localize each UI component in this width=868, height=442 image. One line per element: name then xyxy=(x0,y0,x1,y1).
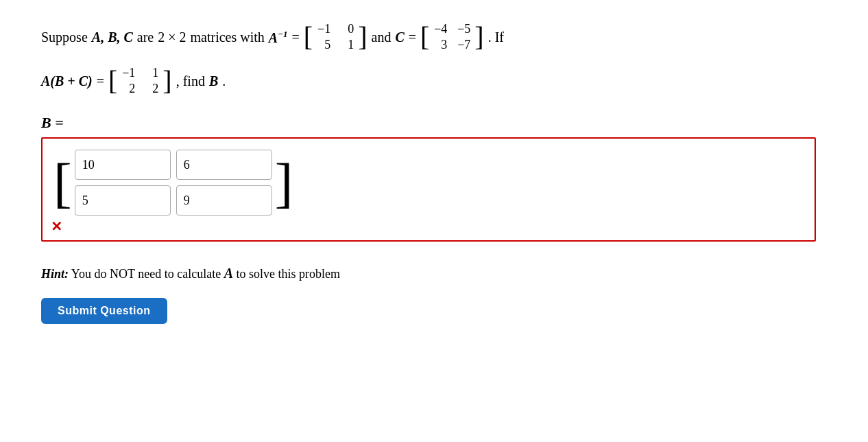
dimensions-text: 2 × 2 xyxy=(158,30,186,45)
A-inv-bracket-left: [ xyxy=(304,23,313,51)
and-text: and xyxy=(372,30,391,45)
error-x-icon[interactable]: ✕ xyxy=(51,218,62,235)
variables-text: A, B, C xyxy=(92,30,133,45)
A-inv-r1c1: −1 xyxy=(317,22,330,36)
C-bracket-right: ] xyxy=(474,23,483,51)
C-r1c1: −4 xyxy=(433,22,447,36)
submit-button[interactable]: Submit Question xyxy=(41,298,167,324)
hint-section: Hint: You do NOT need to calculate A to … xyxy=(41,262,827,284)
answer-grid xyxy=(75,150,272,216)
A-inv-r1c2: 0 xyxy=(340,22,354,36)
answer-label: B = xyxy=(41,114,827,132)
answer-bracket-left: [ xyxy=(53,155,72,210)
ABC-r1c1: −1 xyxy=(121,66,135,80)
hint-A-label: A xyxy=(224,266,233,281)
equals1: = xyxy=(292,30,300,45)
C-r1c2: −5 xyxy=(457,22,470,36)
C-r2c1: 3 xyxy=(433,38,447,52)
C-grid: −4 −5 3 −7 xyxy=(429,21,474,54)
A-inv-sup: −1 xyxy=(278,29,287,39)
C-r2c2: −7 xyxy=(457,38,470,52)
hint-label: Hint: xyxy=(41,267,69,281)
hint-text1: You do NOT need to calculate xyxy=(71,267,221,281)
answer-r1c1[interactable] xyxy=(75,150,171,180)
answer-area: [ ] ✕ xyxy=(41,137,816,242)
problem-row2: A(B + C) = [ −1 1 2 2 ] , find B . xyxy=(41,65,827,97)
C-bracket-left: [ xyxy=(420,23,429,51)
answer-bracket-right: ] xyxy=(275,155,293,210)
ABC-label: A(B + C) xyxy=(41,73,93,89)
equals2: = xyxy=(409,30,416,45)
problem-row1: Suppose A, B, C are 2 × 2 matrices with … xyxy=(41,21,827,54)
A-inv-label: A−1 xyxy=(269,29,288,46)
hint-text2: to solve this problem xyxy=(237,267,341,281)
matrices-text: matrices with xyxy=(191,30,265,45)
ABC-r2c1: 2 xyxy=(121,82,135,96)
answer-r1c2[interactable] xyxy=(176,150,272,180)
ABC-grid: −1 1 2 2 xyxy=(117,65,162,97)
answer-r2c2[interactable] xyxy=(176,185,272,216)
A-inv-r2c2: 1 xyxy=(340,38,354,52)
find-text: , find xyxy=(176,73,205,89)
ABC-r2c2: 2 xyxy=(145,82,158,96)
ABC-matrix: [ −1 1 2 2 ] xyxy=(108,65,172,97)
C-matrix: [ −4 −5 3 −7 ] xyxy=(420,21,484,54)
A-inv-r2c1: 5 xyxy=(317,38,330,52)
equals3: = xyxy=(97,73,104,89)
ABC-bracket-right: ] xyxy=(162,67,171,95)
answer-r2c1[interactable] xyxy=(75,185,171,216)
intro-text: Suppose xyxy=(41,30,88,45)
A-inv-matrix: [ −1 0 5 1 ] xyxy=(304,21,367,54)
find-B-label: B xyxy=(209,73,218,89)
A-inv-bracket-right: ] xyxy=(358,23,367,51)
A-inv-grid: −1 0 5 1 xyxy=(313,21,358,54)
C-label: C xyxy=(395,30,404,45)
if-text: . If xyxy=(488,30,504,45)
answer-matrix-container: [ ] xyxy=(53,150,293,216)
are-text: are xyxy=(137,30,154,45)
ABC-r1c2: 1 xyxy=(145,66,158,80)
ABC-bracket-left: [ xyxy=(108,67,117,95)
period: . xyxy=(222,73,226,89)
